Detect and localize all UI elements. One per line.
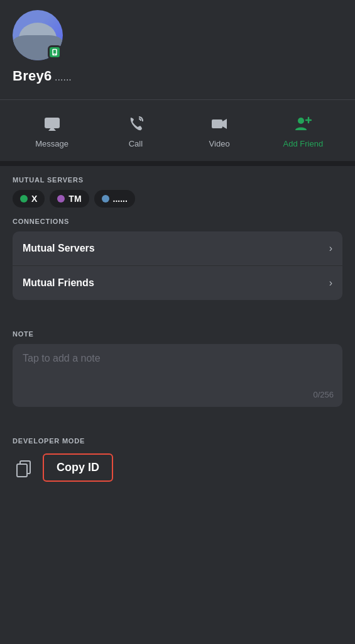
mutual-friends-label: Mutual Friends — [23, 277, 94, 289]
note-section: NOTE Tap to add a note 0/256 — [0, 320, 355, 417]
add-friend-icon — [292, 113, 314, 135]
copy-icon — [13, 457, 35, 479]
message-button[interactable]: Message — [10, 113, 94, 148]
copy-id-button[interactable]: Copy ID — [43, 453, 113, 482]
mutual-servers-section: MUTUAL SERVERS X TM ...... CONNECTIONS M… — [0, 166, 355, 310]
tag-dot-x — [20, 195, 28, 203]
message-icon — [41, 113, 63, 135]
tag-label-tm: TM — [68, 194, 81, 204]
svg-point-5 — [298, 118, 304, 124]
mutual-servers-heading: MUTUAL SERVERS — [13, 176, 342, 184]
developer-section: DEVELOPER MODE Copy ID — [0, 427, 355, 492]
username: Brey6 — [13, 68, 52, 84]
connections-box: Mutual Servers › Mutual Friends › — [13, 231, 342, 300]
chevron-mutual-servers: › — [329, 243, 332, 254]
mutual-servers-row[interactable]: Mutual Servers › — [13, 231, 342, 266]
note-box[interactable]: Tap to add a note 0/256 — [13, 344, 342, 407]
tag-dot-tm — [57, 195, 65, 203]
video-icon — [208, 113, 231, 135]
server-tag-tm[interactable]: TM — [50, 190, 89, 208]
connections-heading: CONNECTIONS — [13, 218, 342, 225]
svg-rect-4 — [212, 119, 222, 128]
avatar-area — [0, 0, 355, 65]
username-tag: ...... — [55, 72, 72, 82]
add-friend-label: Add Friend — [283, 139, 324, 148]
message-label: Message — [35, 139, 68, 148]
note-counter: 0/256 — [313, 390, 334, 399]
note-placeholder: Tap to add a note — [23, 353, 101, 364]
video-label: Video — [209, 139, 230, 148]
svg-rect-9 — [17, 464, 27, 477]
mutual-friends-row[interactable]: Mutual Friends › — [13, 266, 342, 300]
mobile-icon — [51, 48, 58, 56]
note-heading: NOTE — [13, 330, 342, 338]
tag-label-other: ...... — [113, 194, 128, 204]
tag-label-x: X — [31, 194, 37, 204]
avatar-wrapper — [13, 10, 63, 60]
gap-1 — [0, 310, 355, 320]
status-badge — [48, 45, 62, 59]
svg-point-2 — [54, 54, 55, 55]
profile-header: Brey6 ...... — [0, 0, 355, 99]
server-tags-row: X TM ...... — [13, 190, 342, 208]
action-buttons-row: Message Call Video — [0, 100, 355, 161]
developer-heading: DEVELOPER MODE — [13, 437, 342, 445]
gap-2 — [0, 417, 355, 427]
server-tag-other[interactable]: ...... — [94, 190, 135, 208]
call-button[interactable]: Call — [94, 113, 177, 148]
call-label: Call — [129, 139, 143, 148]
tag-dot-other — [102, 195, 109, 203]
mutual-servers-label: Mutual Servers — [23, 243, 95, 254]
chevron-mutual-friends: › — [329, 277, 332, 289]
add-friend-button[interactable]: Add Friend — [261, 113, 345, 148]
copy-id-label: Copy ID — [57, 461, 99, 474]
video-button[interactable]: Video — [178, 113, 261, 148]
divider-2 — [0, 161, 355, 166]
copy-id-row: Copy ID — [13, 453, 342, 482]
username-area: Brey6 ...... — [0, 65, 355, 89]
call-icon — [124, 113, 147, 135]
svg-rect-1 — [53, 50, 57, 53]
server-tag-x[interactable]: X — [13, 190, 45, 208]
